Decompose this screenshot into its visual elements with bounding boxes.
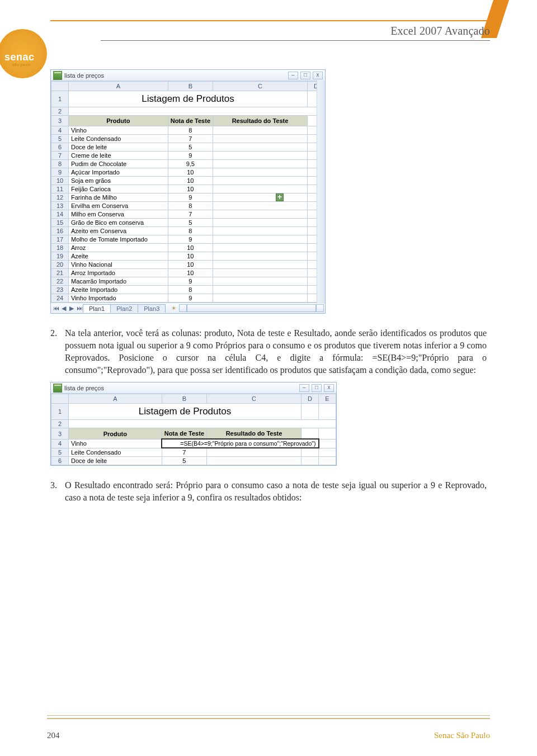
row-header[interactable]: 2 [51, 420, 69, 428]
senac-logo: senac são paulo [0, 29, 47, 78]
tab-nav-prev[interactable]: ◀ [60, 305, 68, 312]
col-header-d[interactable]: D [302, 394, 319, 404]
col-header-e[interactable]: E [319, 394, 336, 404]
col-header-b[interactable]: B [168, 82, 213, 91]
minimize-button[interactable]: – [288, 72, 298, 79]
logo-text: senac [4, 51, 35, 63]
paragraph-number: 3. [50, 479, 65, 504]
spreadsheet-grid[interactable]: A B C D E 1 Listagem de Produtos 2 [51, 394, 336, 465]
titlebar: lista de preços – □ x [51, 382, 336, 394]
sheet-tab-plan1[interactable]: Plan1 [83, 304, 111, 313]
sheet-tab-plan2[interactable]: Plan2 [110, 304, 138, 313]
select-all-corner[interactable] [51, 394, 69, 404]
page-footer: 204 Senac São Paulo [47, 731, 490, 740]
row-header[interactable]: 3 [51, 428, 69, 440]
footer-rule [47, 715, 490, 719]
col-header-a[interactable]: A [69, 394, 162, 404]
footer-brand: Senac São Paulo [434, 731, 490, 740]
hscroll-track[interactable] [187, 304, 316, 312]
paragraph-number: 2. [50, 327, 65, 376]
spreadsheet-grid[interactable]: A B C D 1 Listagem de Produtos 2 [51, 81, 325, 303]
row-header[interactable]: 1 [51, 91, 69, 107]
tab-nav-last[interactable]: ⏭ [76, 305, 83, 311]
workbook-title: lista de preços [64, 385, 104, 391]
tab-nav-next[interactable]: ▶ [68, 305, 76, 312]
sheet-title-cell[interactable]: Listagem de Produtos [69, 91, 308, 107]
sheet-tab-plan3[interactable]: Plan3 [138, 304, 166, 313]
close-button[interactable]: x [313, 72, 323, 79]
top-orange-rule [50, 20, 496, 21]
vscroll[interactable] [317, 81, 325, 304]
table-header-resultado[interactable]: Resultado do Teste [213, 116, 308, 126]
paragraph-2: 2. Na tela anterior, você terá as coluna… [50, 327, 487, 376]
excel-window-1: lista de preços – □ x A B C D [50, 69, 326, 314]
sheet-title-cell[interactable]: Listagem de Produtos [69, 404, 302, 420]
table-header-nota[interactable]: Nota de Teste [168, 116, 213, 126]
row-header[interactable]: 3 [51, 116, 69, 126]
minimize-button[interactable]: – [299, 384, 309, 392]
logo-subtext: são paulo [12, 63, 31, 67]
tab-nav-first[interactable]: ⏮ [52, 305, 60, 311]
table-header-nota[interactable]: Nota de Teste [162, 428, 206, 440]
workbook-title: lista de preços [64, 72, 104, 79]
col-header-c[interactable]: C [213, 82, 308, 91]
header-underline [101, 40, 490, 41]
table-header-resultado[interactable]: Resultado do Teste [207, 428, 302, 440]
col-header-b[interactable]: B [162, 394, 206, 404]
maximize-button[interactable]: □ [300, 72, 310, 79]
paragraph-3: 3. O Resultado encontrado será: Próprio … [50, 479, 487, 504]
table-header-produto[interactable]: Produto [69, 428, 162, 440]
paragraph-text: O Resultado encontrado será: Próprio par… [65, 479, 487, 504]
row-header[interactable]: 1 [51, 404, 69, 420]
col-header-c[interactable]: C [207, 394, 302, 404]
table-header-produto[interactable]: Produto [69, 116, 168, 126]
hscroll-left[interactable] [179, 304, 187, 312]
page-header-title: Excel 2007 Avançado [390, 25, 490, 37]
insert-sheet-icon[interactable]: ✶ [168, 305, 179, 312]
row-header[interactable]: 2 [51, 107, 69, 116]
sheet-tabbar: ⏮◀▶⏭ Plan1 Plan2 Plan3 ✶ [51, 303, 325, 313]
close-button[interactable]: x [324, 384, 334, 392]
select-all-corner[interactable] [51, 82, 69, 91]
paragraph-text: Na tela anterior, você terá as colunas: … [65, 327, 487, 376]
maximize-button[interactable]: □ [312, 384, 322, 392]
workbook-icon [53, 71, 62, 80]
titlebar: lista de preços – □ x [51, 70, 325, 81]
cursor-cell[interactable]: + [213, 193, 308, 202]
page-number: 204 [47, 731, 60, 740]
excel-window-2: lista de preços – □ x A B C D E [50, 382, 337, 466]
hscroll-right[interactable] [316, 304, 324, 312]
formula-cell[interactable]: =SE(B4>=9;"Próprio para o consumo";"Repr… [162, 439, 318, 448]
workbook-icon [53, 384, 62, 393]
col-header-a[interactable]: A [69, 82, 168, 91]
